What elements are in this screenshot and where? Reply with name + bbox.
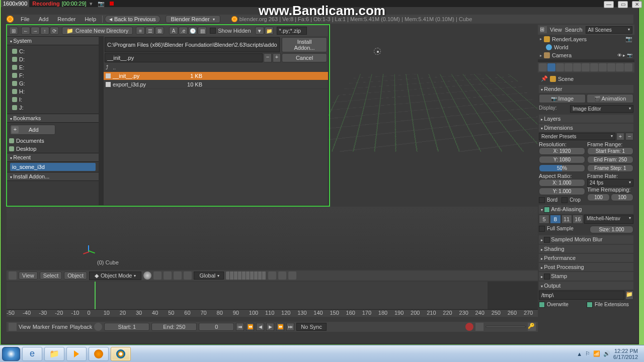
keying-set-field[interactable] [486, 326, 526, 328]
drive-item[interactable]: C: [10, 47, 96, 55]
start-frame-field[interactable]: Start: 1 [104, 323, 149, 331]
menu-help[interactable]: Help [80, 15, 100, 23]
decrement-button[interactable]: − [264, 53, 272, 62]
tab-material-icon[interactable] [599, 63, 607, 71]
post-panel-header[interactable]: Post Processing [539, 263, 633, 271]
preset-remove-button[interactable]: − [625, 133, 633, 140]
cancel-button[interactable]: Cancel [282, 53, 327, 62]
manipulator-scale-icon[interactable] [184, 272, 192, 280]
path-input[interactable] [105, 37, 280, 52]
tl-menu-marker[interactable]: Marker [33, 324, 50, 330]
drive-item[interactable]: J: [10, 104, 96, 112]
jump-start-button[interactable]: ⏮ [236, 323, 244, 331]
bookmark-item[interactable]: Documents [7, 137, 99, 145]
nav-fwd-button[interactable]: → [31, 27, 40, 35]
current-frame-field[interactable]: 0 [199, 323, 234, 331]
aa-panel-header[interactable]: Anti-Aliasing [539, 205, 633, 214]
display-mode-select[interactable]: Image Editor [570, 105, 633, 113]
use-preview-range-icon[interactable] [94, 323, 102, 331]
display-short-icon[interactable]: ≡ [136, 27, 145, 35]
sync-mode-select[interactable]: No Sync [296, 323, 327, 331]
render-preview-icon[interactable] [288, 272, 296, 280]
tab-constraints-icon[interactable] [573, 63, 581, 71]
recent-panel-header[interactable]: Recent [7, 153, 99, 162]
timeline-ruler[interactable]: -50-40-30-20-100102030405060708090100110… [7, 310, 538, 317]
smb-panel-header[interactable]: Sampled Motion Blur [539, 235, 633, 244]
taskbar-blender[interactable] [111, 347, 131, 361]
output-browse-button[interactable]: 📁 [625, 291, 633, 300]
pivot-point-icon[interactable] [153, 272, 162, 280]
vp-menu-view[interactable]: View [19, 272, 38, 280]
file-row[interactable]: __init__.py1 KB [104, 72, 328, 80]
filename-input[interactable] [105, 53, 263, 62]
back-to-previous-button[interactable]: Back to Previous [105, 15, 160, 23]
res-pct-field[interactable]: 50% [539, 164, 585, 172]
filter-folder-icon[interactable]: 📁 [265, 27, 274, 35]
editor-type-timeline-icon[interactable] [9, 323, 17, 331]
start-button[interactable] [2, 347, 20, 361]
sort-time-icon[interactable]: 🕒 [188, 27, 197, 35]
editor-type-3d-icon[interactable] [9, 272, 17, 280]
playhead[interactable] [95, 282, 96, 309]
remap-old-field[interactable]: 100 [587, 194, 610, 201]
outliner-renderlayers[interactable]: ▸RenderLayers📷 [538, 35, 634, 43]
aspect-x-field[interactable]: X: 1.000 [539, 179, 585, 187]
smb-check[interactable] [544, 237, 550, 243]
menu-add[interactable]: Add [35, 15, 53, 23]
res-y-field[interactable]: Y: 1080 [539, 156, 585, 163]
full-sample-check[interactable] [539, 226, 545, 232]
output-panel-header[interactable]: Output [539, 282, 633, 290]
taskbar-music[interactable] [89, 347, 109, 361]
tab-modifiers-icon[interactable] [582, 63, 590, 71]
ol-menu-search[interactable]: Search [565, 27, 583, 33]
tl-menu-frame[interactable]: Frame [52, 324, 68, 330]
bandicam-dropdown-icon[interactable]: ▾ [90, 1, 93, 7]
nav-refresh-button[interactable]: ⟳ [50, 27, 59, 35]
aa-sample-button[interactable]: 16 [573, 215, 583, 224]
layers-grid-icon[interactable] [226, 272, 266, 280]
tab-data-icon[interactable] [590, 63, 598, 71]
stamp-check[interactable] [544, 274, 550, 280]
filter-size-field[interactable]: Size: 1.000 [590, 226, 633, 233]
tab-render-icon[interactable] [539, 63, 547, 71]
display-long-icon[interactable]: ☰ [145, 27, 154, 35]
parent-dir-row[interactable]: .. [104, 63, 328, 72]
performance-panel-header[interactable]: Performance [539, 254, 633, 262]
taskbar-ie[interactable]: e [22, 347, 42, 361]
outliner-world[interactable]: World [538, 43, 634, 51]
orientation-select[interactable]: Global [194, 272, 224, 280]
maximize-button[interactable]: ▭ [618, 1, 628, 8]
minimize-button[interactable]: — [604, 1, 614, 8]
editor-type-icon[interactable]: ⊞ [9, 27, 18, 35]
tab-scene-icon[interactable] [547, 63, 555, 71]
system-panel-header[interactable]: System [7, 36, 99, 45]
sort-alpha-icon[interactable]: A [169, 27, 178, 35]
filter-toggle-icon[interactable]: ▼ [255, 27, 264, 35]
drive-item[interactable]: F: [10, 71, 96, 79]
tray-flag-icon[interactable]: ⚐ [585, 350, 590, 357]
shading-solid-icon[interactable] [143, 272, 151, 280]
res-x-field[interactable]: X: 1920 [539, 147, 585, 155]
close-button[interactable]: ✕ [632, 1, 642, 8]
render-image-button[interactable]: 📷 Image [539, 94, 586, 103]
taskbar-clock[interactable]: 12:22 PM 6/17/2012 [613, 348, 638, 360]
mode-select[interactable]: ◆Object Mode [89, 272, 141, 280]
install-addon-panel-header[interactable]: Install Addon... [7, 172, 99, 181]
frame-end-field[interactable]: End Fram: 250 [587, 156, 633, 163]
windows-taskbar[interactable]: e 📁 ▲ ⚐ 📶 🔊 12:22 PM 6/17/2012 [0, 345, 644, 362]
aspect-y-field[interactable]: Y: 1.000 [539, 188, 585, 195]
tl-menu-playback[interactable]: Playback [70, 324, 93, 330]
auto-keyframe-icon[interactable] [465, 323, 473, 331]
file-ext-check[interactable] [587, 302, 593, 308]
output-path-field[interactable] [539, 291, 624, 300]
aa-sample-button[interactable]: 5 [539, 215, 549, 224]
outliner-editor-icon[interactable]: ⊞ [540, 26, 547, 33]
taskbar-explorer[interactable]: 📁 [44, 347, 64, 361]
tl-menu-view[interactable]: View [19, 324, 31, 330]
camera-icon[interactable]: 📷 [98, 1, 105, 7]
keying-set-icon[interactable] [475, 323, 484, 331]
aa-check[interactable] [544, 207, 550, 213]
sort-ext-icon[interactable]: .e [179, 27, 188, 35]
system-tray[interactable]: ▲ ⚐ 📶 🔊 12:22 PM 6/17/2012 [577, 348, 642, 360]
filter-glob-field[interactable]: *.py;*.zip [277, 27, 307, 35]
